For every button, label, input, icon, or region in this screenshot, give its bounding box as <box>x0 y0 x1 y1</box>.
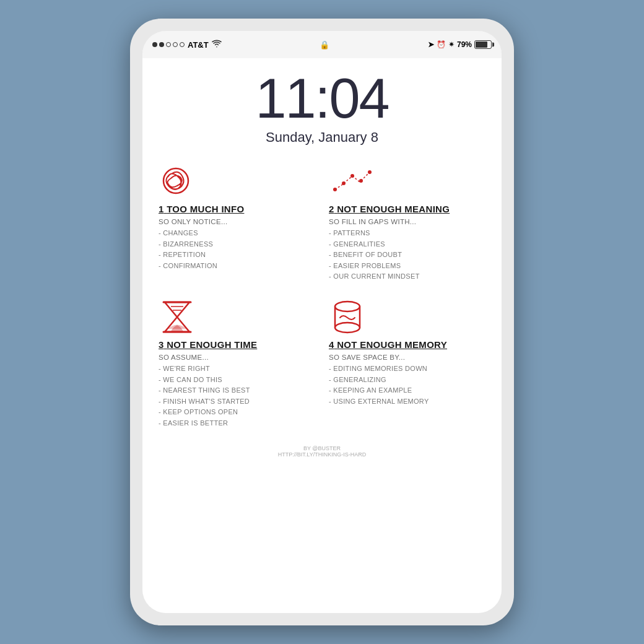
list-item: - Generalizing <box>329 375 485 386</box>
section-title-4: 4 Not Enough Memory <box>329 339 485 350</box>
list-item: - Nearest Thing Is Best <box>159 385 315 396</box>
list-item: - Keeping An Example <box>329 385 485 396</box>
section-title-3: 3 Not Enough Time <box>159 339 315 350</box>
bluetooth-icon: ✴ <box>448 40 455 49</box>
list-item: - Using External Memory <box>329 396 485 407</box>
list-item: - Our Current Mindset <box>329 271 485 282</box>
list-item: - Repetition <box>159 250 315 261</box>
signal-dot-2 <box>159 42 164 47</box>
svg-point-14 <box>335 302 360 311</box>
list-item: - Finish What's Started <box>159 396 315 407</box>
list-item: - Bizarreness <box>159 239 315 250</box>
signal-dot-3 <box>166 42 171 47</box>
battery-percent: 79% <box>457 40 472 49</box>
signal-dot-4 <box>173 42 178 47</box>
footer-credit: BY @BUSTER <box>278 445 366 451</box>
alarm-icon: ⏰ <box>437 40 446 49</box>
list-item: - Editing Memories Down <box>329 363 485 375</box>
svg-point-17 <box>335 323 360 333</box>
wifi-icon <box>212 40 222 50</box>
svg-line-8 <box>361 173 368 181</box>
status-bar: AT&T 🔒 ➤ ⏰ ✴ 79% <box>142 31 502 58</box>
signal-dots <box>152 42 185 47</box>
section-subtitle-1: So Only Notice... <box>159 218 315 225</box>
section-items-2: - Patterns - Generalities - Benefit of D… <box>329 228 485 282</box>
time-section: 11:04 Sunday, January 8 <box>255 58 388 152</box>
quadrant-not-enough-memory: 4 Not Enough Memory So Save Space By... … <box>325 294 489 434</box>
svg-point-9 <box>368 170 372 174</box>
svg-line-6 <box>352 176 360 182</box>
icon-not-enough-time <box>159 298 315 336</box>
section-items-3: - We're Right - We Can Do This - Nearest… <box>159 363 315 429</box>
location-icon: ➤ <box>428 40 434 49</box>
time-display: 11:04 <box>255 71 388 126</box>
quadrant-too-much-info: 1 Too Much Info So Only Notice... - Chan… <box>155 158 319 287</box>
content-grid: 1 Too Much Info So Only Notice... - Chan… <box>142 152 502 440</box>
section-items-4: - Editing Memories Down - Generalizing -… <box>329 363 485 407</box>
icon-not-enough-memory <box>329 298 485 336</box>
section-subtitle-2: So Fill in Gaps With... <box>329 218 485 225</box>
signal-dot-5 <box>180 42 185 47</box>
footer: BY @BUSTER HTTP://BIT.LY/THINKING-IS-HAR… <box>278 440 366 465</box>
list-item: - Patterns <box>329 228 485 239</box>
section-title-1: 1 Too Much Info <box>159 204 315 214</box>
battery-container <box>474 40 492 49</box>
list-item: - Easier Problems <box>329 261 485 272</box>
list-item: - Benefit of Doubt <box>329 250 485 261</box>
status-left: AT&T <box>152 40 222 50</box>
carrier-label: AT&T <box>188 40 209 50</box>
list-item: - We're Right <box>159 363 315 375</box>
list-item: - Keep Options Open <box>159 407 315 418</box>
section-subtitle-3: So Assume... <box>159 354 315 361</box>
icon-too-much-info <box>159 163 315 200</box>
battery <box>474 40 492 49</box>
list-item: - Easier Is Better <box>159 418 315 429</box>
status-center: 🔒 <box>320 40 329 50</box>
list-item: - Confirmation <box>159 261 315 272</box>
svg-line-2 <box>335 185 342 189</box>
status-right: ➤ ⏰ ✴ 79% <box>428 40 492 49</box>
quadrant-not-enough-meaning: 2 Not Enough Meaning So Fill in Gaps Wit… <box>325 158 489 287</box>
quadrant-not-enough-time: 3 Not Enough Time So Assume... - We're R… <box>155 294 319 434</box>
list-item: - We Can Do This <box>159 375 315 386</box>
screen-content: 11:04 Sunday, January 8 <box>142 58 502 613</box>
icon-not-enough-meaning <box>329 163 485 200</box>
list-item: - Changes <box>159 228 315 239</box>
section-subtitle-4: So Save Space By... <box>329 354 485 361</box>
section-items-1: - Changes - Bizarreness - Repetition - C… <box>159 228 315 271</box>
lock-icon: 🔒 <box>320 40 329 50</box>
section-title-2: 2 Not Enough Meaning <box>329 204 485 214</box>
date-display: Sunday, January 8 <box>255 129 388 146</box>
signal-dot-1 <box>152 42 157 47</box>
footer-url: HTTP://BIT.LY/THINKING-IS-HARD <box>278 451 366 458</box>
svg-line-4 <box>344 177 351 183</box>
phone-outer: AT&T 🔒 ➤ ⏰ ✴ 79% <box>130 19 514 625</box>
phone-screen: AT&T 🔒 ➤ ⏰ ✴ 79% <box>142 31 502 613</box>
battery-fill <box>476 41 487 48</box>
list-item: - Generalities <box>329 239 485 250</box>
